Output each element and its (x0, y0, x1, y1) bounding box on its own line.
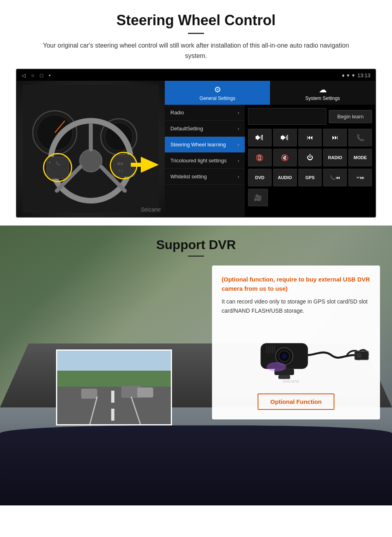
dvr-dashboard (0, 425, 392, 505)
hangup-button[interactable]: 📵 (248, 149, 272, 166)
svg-text:📞: 📞 (56, 161, 61, 166)
section1-steering-wheel: Steering Wheel Control Your original car… (0, 0, 392, 226)
dvr-thumbnail (56, 349, 172, 425)
tab-system-settings[interactable]: ☁ System Settings (270, 81, 375, 105)
audio-button[interactable]: AUDIO (273, 169, 297, 186)
subtitle-text: Your original car's steering wheel contr… (32, 40, 360, 61)
next-track-button[interactable]: ⏭ (323, 129, 347, 146)
steering-watermark: Seicane (140, 206, 161, 213)
menu-whitelist-label: Whitelist setting (170, 174, 207, 180)
menu-item-defaultsetting[interactable]: DefaultSetting › (165, 121, 245, 137)
vol-down-button[interactable]: - (273, 129, 297, 146)
svg-text:↑ ↓: ↑ ↓ (118, 169, 123, 173)
steering-wheel-svg: + - 📞 ◁ ▷ ↑ ↓ (23, 85, 159, 213)
svg-point-47 (282, 354, 287, 359)
system-tab-label: System Settings (305, 96, 340, 101)
controls-row-1: + - ⏮ ⏭ 📞 (248, 129, 372, 146)
svg-rect-33 (57, 371, 172, 387)
screen-body: + - 📞 ◁ ▷ ↑ ↓ Seicane (17, 81, 375, 217)
dvr-thumbnail-svg (57, 351, 172, 425)
gps-button[interactable]: GPS (298, 169, 322, 186)
location-icon: ♦ (342, 72, 345, 78)
svg-rect-11 (47, 157, 69, 179)
menu-list: Radio › DefaultSetting › Steering Wheel … (165, 105, 245, 217)
section2-divider (188, 256, 204, 257)
status-bar: ◁ ○ □ ▪ ♦ ▾ ▾ 13:13 (17, 70, 375, 81)
svg-text:+: + (261, 134, 263, 138)
menu-radio-label: Radio (170, 110, 184, 116)
svg-rect-21 (131, 163, 143, 167)
mode-button[interactable]: MODE (348, 149, 372, 166)
optional-function-button[interactable]: Optional Function (258, 393, 334, 410)
svg-text:◁ ▷: ◁ ▷ (117, 162, 124, 166)
nav-buttons: ◁ ○ □ ▪ (22, 72, 50, 78)
phone-button[interactable]: 📞 (348, 129, 372, 146)
svg-point-7 (80, 150, 102, 172)
dvr-camera-svg: Seicane (222, 325, 370, 385)
chevron-right-icon: › (238, 174, 239, 180)
menu-item-tricoloured[interactable]: Tricoloured light settings › (165, 153, 245, 169)
menu-tricoloured-label: Tricoloured light settings (170, 158, 226, 164)
begin-learn-button[interactable]: Begin learn (329, 110, 372, 123)
menu-item-steering-wheel-learning[interactable]: Steering Wheel learning › (165, 137, 245, 153)
clock: 13:13 (357, 72, 370, 78)
power-button[interactable]: ⏻ (298, 149, 322, 166)
radio-button[interactable]: RADIO (323, 149, 347, 166)
settings-panel: ⚙ General Settings ☁ System Settings Rad… (165, 81, 375, 217)
chevron-right-icon: › (238, 126, 239, 132)
system-icon: ☁ (319, 85, 327, 94)
chevron-right-icon: › (238, 158, 239, 164)
prev-track-button[interactable]: ⏮ (298, 129, 322, 146)
status-right: ♦ ▾ ▾ 13:13 (342, 72, 370, 78)
svg-text:Seicane: Seicane (282, 378, 300, 383)
tab-general-settings[interactable]: ⚙ General Settings (165, 81, 270, 105)
nav-square-icon[interactable]: □ (40, 72, 43, 78)
svg-point-50 (267, 362, 286, 371)
phone-prev-button[interactable]: 📞⏮ (323, 169, 347, 186)
nav-back-icon[interactable]: ◁ (22, 72, 26, 78)
menu-item-whitelist[interactable]: Whitelist setting › (165, 169, 245, 185)
svg-text:-: - (49, 166, 50, 170)
menu-area: Radio › DefaultSetting › Steering Wheel … (165, 105, 375, 217)
page-title: Steering Wheel Control (16, 12, 376, 29)
svg-marker-23 (257, 135, 260, 140)
menu-steering-label: Steering Wheel learning (170, 142, 226, 148)
steering-photo: + - 📞 ◁ ▷ ↑ ↓ Seicane (17, 81, 165, 217)
controls-row-2: 📵 🔇 ⏻ RADIO MODE (248, 149, 372, 166)
steering-photo-inner: + - 📞 ◁ ▷ ↑ ↓ Seicane (17, 81, 165, 217)
mute-button[interactable]: 🔇 (273, 149, 297, 166)
gear-icon: ⚙ (214, 85, 221, 94)
controls-row-4: 🎥 (248, 189, 372, 206)
nav-home-icon[interactable]: ○ (31, 72, 34, 78)
chevron-right-icon: › (238, 142, 239, 148)
svg-rect-34 (57, 387, 172, 425)
settings-tabs: ⚙ General Settings ☁ System Settings (165, 81, 375, 105)
dvd-button[interactable]: DVD (248, 169, 272, 186)
chevron-right-icon: › (238, 110, 239, 116)
nav-menu-icon[interactable]: ▪ (49, 72, 51, 78)
general-tab-label: General Settings (200, 96, 235, 101)
svg-text:-: - (286, 136, 287, 140)
svg-rect-39 (137, 387, 153, 397)
svg-marker-28 (282, 135, 286, 140)
svg-text:+: + (49, 161, 51, 164)
signal-icon: ▾ (352, 72, 355, 78)
svg-rect-27 (281, 136, 282, 139)
wifi-icon: ▾ (347, 72, 350, 78)
dvr-description: It can record video only to storage in G… (222, 297, 370, 315)
svg-rect-43 (357, 353, 362, 358)
dvr-optional-text: (Optional function, require to buy exter… (222, 275, 370, 293)
svg-rect-37 (81, 389, 97, 399)
begin-learn-row: Begin learn (248, 108, 372, 125)
controls-row-3: DVD AUDIO GPS 📞⏮ ✂⏭ (248, 169, 372, 186)
android-screen: ◁ ○ □ ▪ ♦ ▾ ▾ 13:13 (16, 69, 376, 218)
vol-up-button[interactable]: + (248, 129, 272, 146)
menu-item-radio[interactable]: Radio › (165, 105, 245, 121)
controls-area: Begin learn + - ⏮ ⏭ 📞 (245, 105, 375, 217)
cut-next-button[interactable]: ✂⏭ (348, 169, 372, 186)
svg-rect-22 (256, 136, 257, 139)
section2-dvr: Support DVR (Optional function, require … (0, 226, 392, 505)
dvr-info-card: (Optional function, require to buy exter… (212, 266, 380, 419)
dvr-camera-visual: Seicane (222, 323, 370, 387)
camera-icon-button[interactable]: 🎥 (248, 189, 268, 206)
